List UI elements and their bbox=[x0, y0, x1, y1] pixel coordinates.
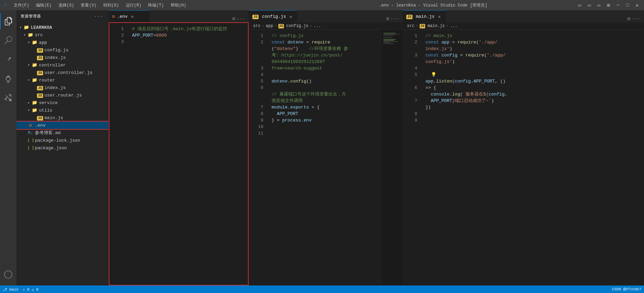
tree-item-ref-md[interactable]: M↓ 参考博客.md bbox=[16, 129, 108, 137]
layout-btn-4[interactable]: ⊞ bbox=[605, 2, 612, 9]
tree-item-src[interactable]: ▾ 📁 src bbox=[16, 31, 108, 39]
config-line-5 bbox=[272, 85, 382, 91]
tree-item-app[interactable]: ▾ 📁 app bbox=[16, 39, 108, 46]
tab-config-js[interactable]: JS config.js ✕ bbox=[249, 10, 297, 22]
layout-btn-2[interactable]: ▭ bbox=[586, 2, 593, 9]
config-line-2b: ("dotenv") //环境变量依赖 参 bbox=[272, 46, 382, 52]
tree-item-user-controller-js[interactable]: JS user.controller.js bbox=[16, 69, 108, 76]
tree-item-service[interactable]: ▸ 📁 service bbox=[16, 99, 108, 106]
sidebar-title: 资源管理器 bbox=[21, 14, 41, 19]
tree-item-router[interactable]: ▾ 📁 router bbox=[16, 76, 108, 84]
main-layout: 资源管理器 ··· ▾ 📁 LEARNKOA ▾ 📁 src bbox=[0, 10, 644, 285]
tree-label-service: service bbox=[39, 100, 58, 105]
status-csdn: CSDN @DTcode7 bbox=[612, 287, 641, 291]
tree-item-router-index-js[interactable]: JS index.js bbox=[16, 84, 108, 91]
split-editor-icon[interactable]: ⊡ bbox=[385, 15, 390, 22]
activity-scm[interactable] bbox=[0, 51, 16, 68]
menu-file[interactable]: 文件(F) bbox=[11, 2, 32, 9]
activity-accounts[interactable] bbox=[0, 266, 16, 283]
tree-item-config-js[interactable]: JS config.js bbox=[16, 46, 108, 54]
minimize-btn[interactable]: ─ bbox=[615, 2, 621, 9]
menu-run[interactable]: 运行(R) bbox=[123, 2, 144, 9]
env-code-content[interactable]: # 域名后的端口号，main.js有进行端口的监控 APP_PORT=8000 bbox=[127, 23, 248, 285]
status-errors[interactable]: ⚠ 0 △ 0 bbox=[23, 287, 38, 292]
env-line-3 bbox=[132, 39, 248, 45]
tab-close-env[interactable]: ✕ bbox=[130, 14, 135, 19]
menu-help[interactable]: 帮助(H) bbox=[168, 2, 189, 9]
breadcrumb-main-js: JS main.js bbox=[420, 24, 445, 28]
tree-item-app-index-js[interactable]: JS index.js bbox=[16, 54, 108, 61]
tree-item-pkg-lock[interactable]: { } package-lock.json bbox=[16, 137, 108, 144]
more-actions-icon[interactable]: ··· bbox=[631, 15, 641, 22]
chevron-down-icon: ▾ bbox=[26, 108, 31, 112]
tree-root-learnkoa[interactable]: ▾ 📁 LEARNKOA bbox=[16, 24, 108, 31]
vscode-logo-icon: ⚡ bbox=[3, 2, 7, 9]
more-actions-icon[interactable]: ··· bbox=[390, 15, 400, 22]
breadcrumb-main-src[interactable]: src bbox=[407, 24, 415, 28]
menu-select[interactable]: 选择(S) bbox=[56, 2, 77, 9]
config-code-content[interactable]: // config.js const dotenv = require ("do… bbox=[266, 30, 382, 285]
maximize-btn[interactable]: □ bbox=[624, 2, 631, 9]
split-editor-icon[interactable]: ⊡ bbox=[627, 15, 631, 22]
config-line-11 bbox=[272, 130, 382, 137]
main-tab-actions: ⊡ ··· bbox=[624, 15, 644, 22]
main-line-3a: const config = require('./app/ bbox=[425, 52, 644, 59]
config-code-editor[interactable]: 1 2 3 4 5 6 7 8 9 10 bbox=[249, 30, 403, 285]
env-tab-icon: ⚙ bbox=[112, 14, 115, 19]
layout-btn-1[interactable]: ▭ bbox=[576, 2, 583, 9]
minimap bbox=[382, 30, 403, 285]
main-line-6a: app.listen(config.APP_PORT, () bbox=[425, 78, 644, 85]
tree-item-pkg-json[interactable]: { } package.json bbox=[16, 144, 108, 152]
tree-item-user-router-js[interactable]: JS user.router.js bbox=[16, 91, 108, 99]
menu-view[interactable]: 查看(V) bbox=[78, 2, 99, 9]
breadcrumb-main-dots: ... bbox=[450, 24, 458, 28]
main-line-1: // main.js bbox=[425, 33, 644, 39]
config-line-10 bbox=[272, 124, 382, 130]
more-actions-icon[interactable]: ··· bbox=[236, 15, 246, 22]
tab-close-main[interactable]: ✕ bbox=[437, 14, 442, 19]
tree-label-app-index-js: index.js bbox=[44, 55, 66, 60]
env-file-icon: ⚙ bbox=[27, 123, 34, 128]
breadcrumb-app[interactable]: app bbox=[266, 24, 273, 28]
activity-search[interactable] bbox=[0, 32, 16, 49]
menu-goto[interactable]: 转到(G) bbox=[101, 2, 122, 9]
tree-label-ref-md: 参考博客.md bbox=[35, 130, 61, 136]
status-branch[interactable]: ⎇ main bbox=[3, 287, 18, 292]
menu-terminal[interactable]: 终端(T) bbox=[145, 2, 167, 9]
env-code-editor[interactable]: 1 2 3 # 域名后的端口号，main.js有进行端口的监控 APP_PORT… bbox=[109, 23, 248, 285]
tree-label-config-js: config.js bbox=[44, 48, 68, 53]
svg-point-0 bbox=[4, 271, 12, 278]
sidebar-more-icon[interactable]: ··· bbox=[93, 13, 104, 20]
window-title: .env - learnKoa - Visual Studio Code [管理… bbox=[290, 2, 577, 8]
tree-label-user-router-js: user.router.js bbox=[44, 93, 82, 98]
config-line-2a: const dotenv = require bbox=[272, 39, 382, 46]
js-file-icon: JS bbox=[37, 55, 43, 60]
config-line-6b: 便其他文件调用 bbox=[272, 98, 382, 104]
tab-env[interactable]: ⚙ .env ✕ bbox=[109, 10, 150, 22]
split-editor-icon[interactable]: ⊡ bbox=[232, 15, 236, 22]
tree-item-main-js[interactable]: JS main.js bbox=[16, 114, 108, 122]
sidebar: 资源管理器 ··· ▾ 📁 LEARNKOA ▾ 📁 src bbox=[16, 10, 109, 285]
main-line-2b: index.js') bbox=[425, 46, 644, 52]
menu-edit[interactable]: 编辑(E) bbox=[33, 2, 54, 9]
editor-area: ⚙ .env ✕ ⊡ ··· 1 2 3 bbox=[109, 10, 644, 285]
activity-debug[interactable] bbox=[0, 71, 16, 87]
breadcrumb-main-sep-2: › bbox=[446, 24, 448, 28]
tree-item-env[interactable]: ⚙ .env bbox=[16, 122, 108, 129]
tree-item-utils[interactable]: ▾ 📁 utils bbox=[16, 106, 108, 114]
layout-btn-3[interactable]: ▭ bbox=[595, 2, 602, 9]
activity-extensions[interactable] bbox=[0, 90, 16, 106]
tab-main-js[interactable]: JS main.js ✕ bbox=[403, 10, 446, 22]
config-line-numbers: 1 2 3 4 5 6 7 8 9 10 bbox=[249, 30, 266, 285]
main-code-content[interactable]: // main.js const app = require('./app/ i… bbox=[420, 30, 644, 285]
tree-label-controller: controller bbox=[39, 63, 66, 68]
main-code-editor[interactable]: 1 2 3 4 5 6 7 8 9 bbox=[403, 30, 644, 285]
main-line-7a: console.log(`服务器在${config. bbox=[425, 91, 644, 98]
title-bar-left: ⚡ 文件(F) 编辑(E) 选择(S) 查看(V) 转到(G) 运行(R) 终端… bbox=[3, 2, 290, 9]
close-btn[interactable]: ✕ bbox=[634, 2, 641, 9]
breadcrumb-src[interactable]: src bbox=[253, 24, 261, 28]
tab-close-config[interactable]: ✕ bbox=[288, 14, 293, 19]
activity-explorer[interactable] bbox=[0, 13, 16, 29]
tree-item-controller[interactable]: ▾ 📁 controller bbox=[16, 61, 108, 69]
main-line-6b: => { bbox=[425, 85, 644, 91]
